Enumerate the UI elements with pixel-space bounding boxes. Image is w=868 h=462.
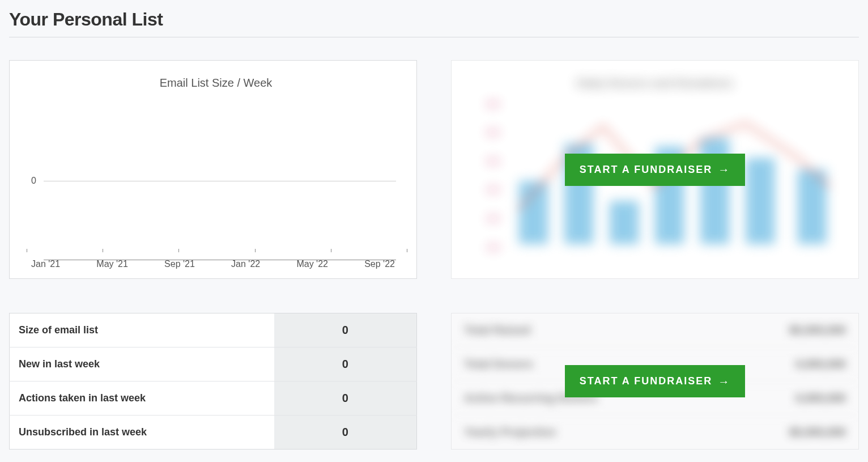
start-fundraiser-button[interactable]: START A FUNDRAISER →	[565, 365, 745, 397]
x-tick-marks	[27, 249, 407, 252]
table-row: Size of email list 0	[10, 313, 417, 347]
y-gridline-0	[44, 181, 396, 181]
table-row: Unsubscribed in last week 0	[10, 416, 417, 450]
cta-overlay: START A FUNDRAISER →	[456, 67, 854, 272]
cta-label: START A FUNDRAISER	[580, 164, 712, 176]
table-row: New in last week 0	[10, 347, 417, 382]
fundraiser-chart-card: Daily Donors and Donations 800 600 500 4…	[451, 60, 859, 279]
y-tick-0: 0	[31, 176, 36, 186]
stat-value: 0	[274, 347, 417, 382]
page-title: Your Personal List	[9, 9, 859, 30]
stat-label: Actions taken in last week	[10, 382, 274, 416]
arrow-right-icon: →	[718, 164, 730, 175]
start-fundraiser-button[interactable]: START A FUNDRAISER →	[565, 154, 745, 186]
email-list-chart-title: Email List Size / Week	[31, 77, 401, 90]
email-list-chart-area: 0	[31, 95, 401, 260]
x-tick-label: May '22	[296, 259, 328, 269]
x-tick-label: Jan '22	[231, 259, 260, 269]
stat-label: Size of email list	[10, 313, 274, 347]
fundraiser-stats-placeholder: Total Raised $0,000,000 Total Donors 0,0…	[451, 313, 859, 450]
stat-value: 0	[274, 382, 417, 416]
table-row: Actions taken in last week 0	[10, 382, 417, 416]
stat-label: New in last week	[10, 347, 274, 382]
cta-label: START A FUNDRAISER	[580, 375, 712, 387]
cta-overlay-2: START A FUNDRAISER →	[452, 313, 858, 449]
email-list-chart: Email List Size / Week 0 Jan '21 May '21…	[14, 67, 412, 272]
stat-label: Unsubscribed in last week	[10, 416, 274, 450]
x-tick-label: Sep '21	[164, 259, 195, 269]
stat-value: 0	[274, 313, 417, 347]
arrow-right-icon: →	[718, 376, 730, 387]
email-stats-table: Size of email list 0 New in last week 0 …	[9, 313, 417, 450]
x-tick-label: May '21	[96, 259, 128, 269]
email-list-chart-card: Email List Size / Week 0 Jan '21 May '21…	[9, 60, 417, 279]
charts-row: Email List Size / Week 0 Jan '21 May '21…	[9, 60, 859, 279]
x-tick-label: Jan '21	[31, 259, 60, 269]
title-divider	[9, 37, 859, 37]
stats-row: Size of email list 0 New in last week 0 …	[9, 313, 859, 450]
stat-value: 0	[274, 416, 417, 450]
x-tick-label: Sep '22	[364, 259, 395, 269]
fundraiser-chart-placeholder: Daily Donors and Donations 800 600 500 4…	[456, 67, 854, 272]
x-axis-labels: Jan '21 May '21 Sep '21 Jan '22 May '22 …	[31, 259, 395, 269]
